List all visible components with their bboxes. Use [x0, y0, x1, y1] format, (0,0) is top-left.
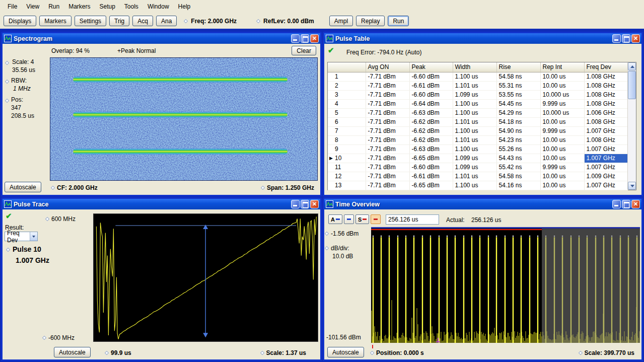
markers-button[interactable]: Markers [39, 16, 71, 26]
acq-button[interactable]: Acq [132, 16, 153, 26]
close-button[interactable]: ✕ [310, 200, 319, 208]
table-cell[interactable]: 1.099 us [453, 90, 496, 99]
table-cell[interactable]: 10.00 us [540, 81, 584, 90]
table-row[interactable]: 13-7.71 dBm-6.65 dBm1.100 us54.16 ns10.0… [328, 181, 627, 190]
column-header[interactable]: Width [453, 62, 496, 72]
table-cell[interactable]: -7.71 dBm [366, 163, 409, 172]
column-header[interactable]: Rise [496, 62, 540, 72]
ana-button[interactable]: Ana [156, 16, 177, 26]
table-cell[interactable]: 54.18 ns [496, 117, 540, 126]
menu-window[interactable]: Window [143, 1, 174, 12]
cf-readout[interactable]: CF: 2.000 GHz [51, 184, 98, 191]
table-cell[interactable]: 54.90 ns [496, 126, 540, 135]
row-number-cell[interactable]: 6 [328, 117, 366, 126]
table-cell[interactable]: 1.100 us [453, 181, 496, 190]
db-div-readout[interactable]: dB/div: [325, 245, 349, 252]
maximize-button[interactable] [301, 34, 309, 43]
time-overview-plot[interactable] [371, 227, 640, 343]
table-cell[interactable]: -7.71 dBm [366, 154, 409, 163]
table-row[interactable]: 3-7.71 dBm-6.60 dBm1.099 us53.55 ns10.00… [328, 90, 627, 99]
table-cell[interactable]: 1.009 GHz [584, 172, 627, 181]
table-cell[interactable]: 1.008 GHz [584, 99, 627, 108]
pulse-number-label[interactable]: Pulse 10 [13, 245, 41, 253]
pulse-table-titlebar[interactable]: Pulse Table ✕ [324, 33, 641, 44]
menu-markers[interactable]: Markers [64, 1, 95, 12]
table-cell[interactable]: -7.71 dBm [366, 117, 409, 126]
column-header[interactable]: Freq Dev [584, 62, 627, 72]
trace-button-4[interactable] [371, 214, 381, 224]
row-number-cell[interactable]: 13 [328, 181, 366, 190]
rbw-label[interactable]: RBW: [11, 77, 27, 84]
table-row[interactable]: 7-7.71 dBm-6.62 dBm1.100 us54.90 ns9.999… [328, 126, 627, 135]
maximize-button[interactable] [622, 34, 630, 43]
pulse-trace-titlebar[interactable]: Pulse Trace ✕ [3, 199, 320, 209]
row-number-cell[interactable]: 9 [328, 144, 366, 154]
table-cell[interactable]: 1.100 us [453, 144, 496, 154]
y-axis-bottom-readout[interactable]: -600 MHz [43, 334, 75, 341]
table-cell[interactable]: -7.71 dBm [366, 81, 409, 90]
table-cell[interactable]: -6.61 dBm [409, 81, 453, 90]
table-cell[interactable]: -6.61 dBm [409, 172, 453, 181]
table-cell[interactable]: 55.42 ns [496, 163, 540, 172]
table-cell[interactable]: -6.65 dBm [409, 154, 453, 163]
table-cell[interactable]: -6.63 dBm [409, 144, 453, 154]
table-row[interactable]: ▶10-7.71 dBm-6.65 dBm1.099 us54.43 ns10.… [328, 154, 627, 163]
table-cell[interactable]: 1.007 GHz [584, 144, 627, 154]
table-row[interactable]: 4-7.71 dBm-6.64 dBm1.100 us54.45 ns9.999… [328, 99, 627, 108]
table-cell[interactable]: 1.008 GHz [584, 72, 627, 81]
table-cell[interactable]: 1.099 us [453, 154, 496, 163]
ampl-button[interactable]: Ampl [329, 16, 353, 26]
autoscale-button[interactable]: Autoscale [5, 182, 41, 192]
y-axis-top-readout[interactable]: 600 MHz [46, 215, 76, 223]
table-cell[interactable]: -7.71 dBm [366, 144, 409, 154]
table-cell[interactable]: -6.62 dBm [409, 135, 453, 144]
spectrogram-titlebar[interactable]: Spectrogram ✕ [3, 33, 320, 44]
autoscale-button[interactable]: Autoscale [327, 347, 364, 357]
spectrogram-plot[interactable] [50, 57, 318, 181]
y-axis-top-readout[interactable]: -1.56 dBm [325, 230, 359, 237]
table-cell[interactable]: 55.31 ns [496, 81, 540, 90]
table-cell[interactable]: 1.101 us [453, 172, 496, 181]
pulse-trace-plot[interactable] [93, 213, 318, 342]
minimize-button[interactable] [291, 34, 300, 43]
row-number-cell[interactable]: 3 [328, 90, 366, 99]
table-cell[interactable]: 9.999 us [540, 163, 584, 172]
trig-button[interactable]: Trig [109, 16, 129, 26]
row-number-cell[interactable]: 12 [328, 172, 366, 181]
result-dropdown[interactable]: Freq Dev [5, 232, 38, 241]
table-row[interactable]: 9-7.71 dBm-6.63 dBm1.100 us55.26 ns10.00… [328, 144, 627, 154]
replay-button[interactable]: Replay [356, 16, 385, 26]
analysis-length-input[interactable] [386, 214, 439, 225]
row-number-cell[interactable]: 7 [328, 126, 366, 135]
menu-file[interactable]: File [3, 1, 22, 12]
clear-button[interactable]: Clear [292, 46, 316, 55]
table-cell[interactable]: 10.00 us [540, 181, 584, 190]
table-cell[interactable]: 1.100 us [453, 126, 496, 135]
table-cell[interactable]: -6.62 dBm [409, 117, 453, 126]
table-cell[interactable]: 54.58 ns [496, 172, 540, 181]
close-button[interactable]: ✕ [631, 200, 640, 208]
scale-readout[interactable]: Scale: 1.37 us [261, 349, 306, 356]
table-row[interactable]: 11-7.71 dBm-6.60 dBm1.099 us55.42 ns9.99… [328, 163, 627, 172]
table-cell[interactable]: 10.00 us [540, 135, 584, 144]
position-readout[interactable]: Position: 0.000 s [371, 349, 424, 356]
close-button[interactable]: ✕ [310, 34, 319, 43]
table-cell[interactable]: -7.71 dBm [366, 108, 409, 117]
maximize-button[interactable] [301, 200, 309, 208]
table-cell[interactable]: 54.45 ns [496, 99, 540, 108]
table-cell[interactable]: 1.007 GHz [584, 163, 627, 172]
autoscale-button[interactable]: Autoscale [54, 347, 91, 357]
column-header[interactable]: Avg ON [366, 62, 409, 72]
column-header[interactable]: Rep Int [540, 62, 584, 72]
table-cell[interactable]: 54.23 ns [496, 135, 540, 144]
table-cell[interactable]: 1.101 us [453, 81, 496, 90]
row-number-cell[interactable]: 2 [328, 81, 366, 90]
table-cell[interactable]: 1.007 GHz [584, 126, 627, 135]
table-cell[interactable]: 54.58 ns [496, 72, 540, 81]
scale-readout[interactable]: Scale: 399.770 us [579, 349, 634, 356]
table-cell[interactable]: 1.101 us [453, 135, 496, 144]
scrollbar-thumb[interactable] [628, 71, 636, 99]
table-cell[interactable]: 10.00 us [540, 117, 584, 126]
table-cell[interactable]: 1.100 us [453, 108, 496, 117]
table-row[interactable]: 2-7.71 dBm-6.61 dBm1.101 us55.31 ns10.00… [328, 81, 627, 90]
